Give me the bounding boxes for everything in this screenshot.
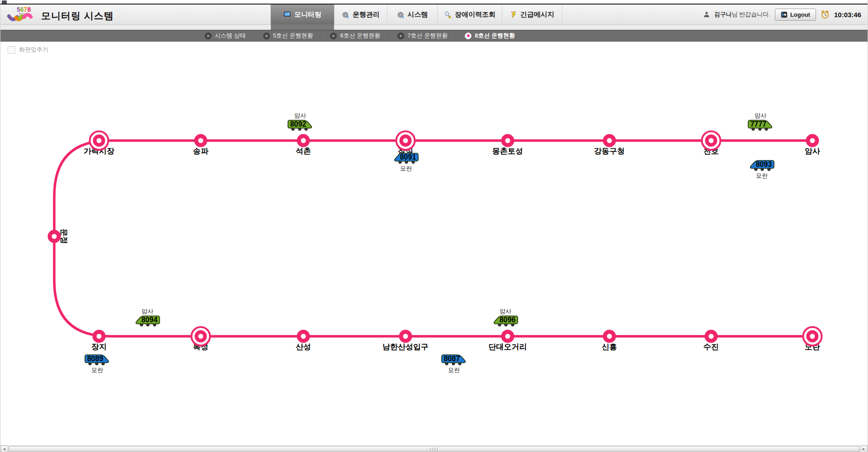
scroll-right-button[interactable]: ►: [860, 446, 868, 452]
subnav-label: 6호선 운행현황: [340, 32, 380, 40]
top-divider: [0, 4, 868, 5]
radio-icon: [330, 33, 337, 39]
subnav-separator: [254, 33, 255, 38]
station-marker-천호[interactable]: [701, 131, 722, 151]
tab-긴급메시지[interactable]: 긴급메시지: [502, 5, 562, 24]
scroll-left-button[interactable]: ◄: [0, 446, 8, 452]
logout-icon: [781, 11, 788, 18]
train-number: 8091: [393, 153, 419, 162]
train-destination-label: 암사: [500, 307, 511, 315]
station-marker-석촌[interactable]: [297, 134, 310, 147]
train-badge-8087[interactable]: 8087: [441, 354, 467, 366]
monitoring-screen: 5678 행복미소 모니터링 시스템 모니터링운행관리시스템장애이력조회긴급메시…: [0, 0, 868, 452]
station-label-송파: 송파: [193, 146, 208, 156]
tab-시스템[interactable]: 시스템: [387, 5, 438, 24]
train-destination-label: 모란: [400, 165, 412, 173]
horizontal-scrollbar: ◄ ►: [0, 445, 868, 452]
station-marker-암사[interactable]: [806, 134, 819, 147]
line-selector-bar: 시스템 상태5호선 운행현황6호선 운행현황7호선 운행현황8호선 운행현황: [0, 30, 868, 42]
clock-time: 10:03:46: [834, 11, 861, 19]
page-title: 모니터링 시스템: [41, 7, 114, 22]
station-label-산성: 산성: [296, 342, 311, 352]
station-marker-잠실[interactable]: [396, 131, 416, 151]
train-destination-label: 암사: [142, 307, 153, 315]
search-warning-icon: [444, 11, 452, 19]
line-diagram: 가락시장송파석촌잠실몽촌토성강동구청천호암사문정장지복정산성남한산성입구단대오거…: [0, 42, 868, 445]
scroll-track[interactable]: [8, 446, 860, 452]
train-number: 8087: [441, 354, 467, 363]
subnav-separator: [456, 33, 457, 38]
train-destination-label: 모란: [91, 366, 103, 374]
station-label-남한산성입구: 남한산성입구: [382, 342, 429, 352]
subnav-item-시스템 상태[interactable]: 시스템 상태: [203, 32, 248, 40]
subnav-item-8호선 운행현황[interactable]: 8호선 운행현황: [463, 32, 517, 40]
train-badge-8094[interactable]: 8094: [134, 315, 160, 327]
subnav-label: 7호선 운행현황: [407, 32, 448, 40]
lightning-icon: [510, 11, 517, 19]
train-destination-label: 모란: [756, 172, 768, 180]
header-gap-strip: [0, 24, 868, 30]
train-number: 8094: [134, 315, 160, 325]
station-marker-단대오거리[interactable]: [501, 330, 514, 343]
station-label-신흥: 신흥: [602, 342, 617, 352]
station-marker-송파[interactable]: [194, 134, 208, 147]
station-label-암사: 암사: [805, 146, 820, 156]
radio-icon: [465, 33, 472, 39]
station-marker-강동구청[interactable]: [603, 134, 616, 147]
diagram-canvas: 화면맞추기 가락시장송파석촌잠실몽촌토성강동구청천호암사문정장지복정산성남한산성…: [0, 42, 868, 445]
subnav-label: 8호선 운행현황: [475, 32, 515, 40]
train-number: 8092: [287, 120, 313, 129]
tab-장애이력조회[interactable]: 장애이력조회: [438, 5, 502, 24]
subnav-item-5호선 운행현황[interactable]: 5호선 운행현황: [261, 32, 315, 40]
radio-icon: [205, 33, 212, 39]
station-label-단대오거리: 단대오거리: [489, 342, 527, 352]
main-tabs: 모니터링운행관리시스템장애이력조회긴급메시지: [270, 5, 562, 24]
train-badge-8096[interactable]: 8096: [492, 315, 519, 327]
subnav-item-7호선 운행현황[interactable]: 7호선 운행현황: [396, 32, 449, 40]
subnav-separator: [388, 33, 389, 38]
station-marker-복정[interactable]: [191, 326, 211, 347]
monitor-icon: [283, 11, 291, 19]
station-marker-남한산성입구[interactable]: [399, 330, 412, 343]
user-greeting: 김구나님 반갑습니다.: [714, 10, 770, 19]
station-marker-산성[interactable]: [297, 330, 310, 343]
station-label-장지: 장지: [91, 342, 107, 352]
subnav-item-6호선 운행현황[interactable]: 6호선 운행현황: [328, 32, 382, 40]
app-header: 5678 행복미소 모니터링 시스템 모니터링운행관리시스템장애이력조회긴급메시…: [0, 5, 868, 25]
train-badge-7777[interactable]: 7777: [747, 119, 774, 131]
radio-icon: [397, 33, 404, 39]
person-icon: [703, 11, 710, 18]
train-destination-label: 암사: [294, 112, 306, 120]
train-number: 7777: [747, 120, 774, 129]
station-label-몽촌토성: 몽촌토성: [492, 146, 523, 156]
train-badge-8092[interactable]: 8092: [287, 119, 313, 131]
radio-icon: [263, 33, 270, 39]
station-marker-가락시장[interactable]: [89, 131, 109, 151]
clock-icon: [821, 10, 830, 19]
scroll-thumb[interactable]: [9, 446, 859, 452]
station-marker-문정[interactable]: [48, 230, 61, 243]
station-label-강동구청: 강동구청: [594, 146, 625, 156]
train-badge-8089[interactable]: 8089: [84, 354, 110, 366]
station-marker-수진[interactable]: [705, 330, 718, 343]
station-marker-몽촌토성[interactable]: [501, 134, 514, 147]
logo-wave-icon: [7, 12, 33, 24]
train-destination-label: 암사: [755, 112, 766, 120]
train-number: 8096: [492, 315, 519, 325]
train-number: 8089: [84, 354, 110, 363]
station-marker-장지[interactable]: [93, 330, 106, 343]
tab-label: 시스템: [408, 10, 428, 19]
tab-운행관리[interactable]: 운행관리: [335, 5, 387, 24]
train-badge-8091[interactable]: 8091: [393, 152, 419, 164]
logout-button[interactable]: Logout: [775, 9, 816, 21]
smrt-5678-logo: 5678 행복미소: [7, 5, 37, 24]
subnav-separator: [321, 33, 322, 38]
tab-모니터링[interactable]: 모니터링: [270, 5, 335, 24]
gear-icon: [397, 11, 405, 19]
station-marker-모란[interactable]: [802, 326, 823, 347]
train-badge-8093[interactable]: 8093: [749, 160, 775, 171]
subnav-label: 5호선 운행현황: [273, 32, 313, 40]
train-number: 8093: [749, 160, 775, 169]
station-marker-신흥[interactable]: [603, 330, 616, 343]
station-label-석촌: 석촌: [296, 146, 311, 156]
